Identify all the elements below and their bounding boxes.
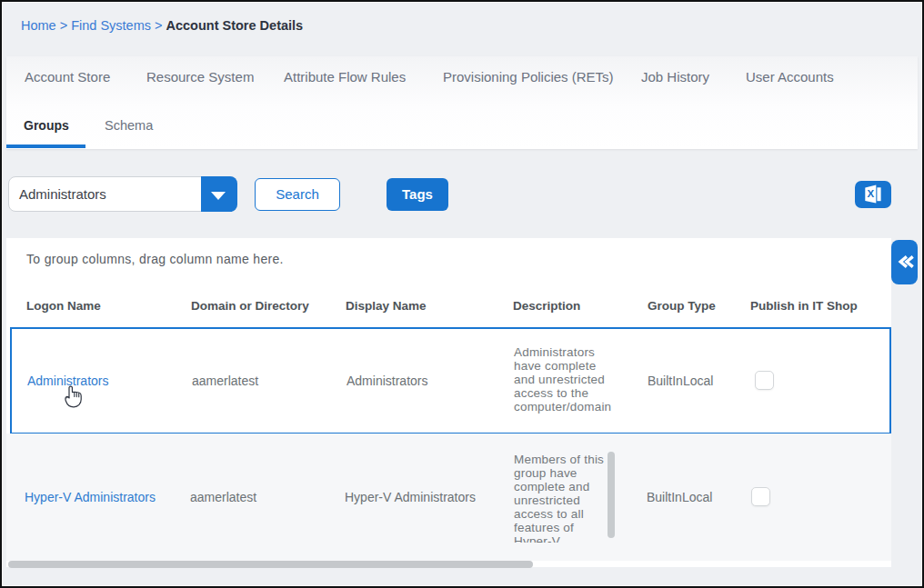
svg-text:X: X: [868, 188, 875, 199]
